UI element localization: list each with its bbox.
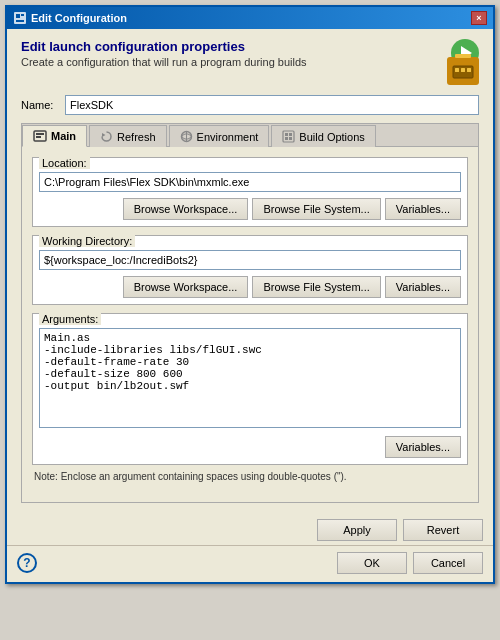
- svg-rect-15: [285, 133, 288, 136]
- svg-rect-9: [36, 133, 44, 135]
- svg-rect-2: [21, 14, 24, 16]
- location-label: Location:: [39, 157, 90, 169]
- svg-rect-6: [461, 68, 465, 72]
- apply-revert-row: Apply Revert: [7, 513, 493, 545]
- title-bar-left: Edit Configuration: [13, 11, 127, 25]
- help-button[interactable]: ?: [17, 553, 37, 573]
- title-bar: Edit Configuration ×: [7, 7, 493, 29]
- tools-svg: [452, 62, 474, 80]
- working-directory-input[interactable]: [39, 250, 461, 270]
- workdir-variables-button[interactable]: Variables...: [385, 276, 461, 298]
- tab-build-options[interactable]: Build Options: [271, 125, 375, 147]
- name-input[interactable]: [65, 95, 479, 115]
- tab-main-content: Location: Browse Workspace... Browse Fil…: [22, 147, 478, 502]
- close-button[interactable]: ×: [471, 11, 487, 25]
- toolbox-icon: [447, 57, 479, 85]
- header-icon-area: [433, 39, 479, 85]
- svg-rect-16: [285, 137, 288, 140]
- main-tab-icon: [33, 129, 47, 143]
- window-body: Edit launch configuration properties Cre…: [7, 29, 493, 513]
- location-browse-filesystem-button[interactable]: Browse File System...: [252, 198, 380, 220]
- location-btn-row: Browse Workspace... Browse File System..…: [39, 198, 461, 220]
- config-icon: [13, 11, 27, 25]
- location-input[interactable]: [39, 172, 461, 192]
- tab-main[interactable]: Main: [22, 125, 87, 147]
- svg-rect-17: [289, 133, 292, 136]
- workdir-browse-filesystem-button[interactable]: Browse File System...: [252, 276, 380, 298]
- tabs-container: Main Refresh Environment: [21, 123, 479, 503]
- env-tab-icon: [180, 130, 193, 143]
- ok-button[interactable]: OK: [337, 552, 407, 574]
- edit-configuration-window: Edit Configuration × Edit launch configu…: [5, 5, 495, 584]
- window-title: Edit Configuration: [31, 12, 127, 24]
- note-text: Note: Enclose an argument containing spa…: [32, 471, 468, 482]
- bottom-right-buttons: OK Cancel: [337, 552, 483, 574]
- svg-rect-10: [36, 136, 41, 138]
- arguments-textarea[interactable]: Main.as -include-libraries libs/flGUI.sw…: [39, 328, 461, 428]
- toolbox-handle: [455, 54, 471, 58]
- refresh-tab-icon: [100, 130, 113, 143]
- bottom-buttons: ? OK Cancel: [7, 545, 493, 582]
- working-dir-btn-row: Browse Workspace... Browse File System..…: [39, 276, 461, 298]
- tabs-bar: Main Refresh Environment: [22, 124, 478, 147]
- location-group: Location: Browse Workspace... Browse Fil…: [32, 157, 468, 227]
- workdir-browse-workspace-button[interactable]: Browse Workspace...: [123, 276, 249, 298]
- name-row: Name:: [21, 95, 479, 115]
- revert-button[interactable]: Revert: [403, 519, 483, 541]
- dialog-header: Edit launch configuration properties Cre…: [21, 39, 479, 85]
- working-directory-label: Working Directory:: [39, 235, 135, 247]
- arguments-variables-button[interactable]: Variables...: [385, 436, 461, 458]
- dialog-title: Edit launch configuration properties: [21, 39, 307, 54]
- dialog-header-text: Edit launch configuration properties Cre…: [21, 39, 307, 68]
- location-browse-workspace-button[interactable]: Browse Workspace...: [123, 198, 249, 220]
- arguments-label: Arguments:: [39, 313, 101, 325]
- svg-rect-14: [283, 131, 294, 142]
- name-label: Name:: [21, 99, 59, 111]
- svg-rect-3: [16, 20, 24, 22]
- arguments-group: Arguments: Main.as -include-libraries li…: [32, 313, 468, 465]
- cancel-button[interactable]: Cancel: [413, 552, 483, 574]
- arguments-btn-row: Variables...: [39, 436, 461, 458]
- working-directory-group: Working Directory: Browse Workspace... B…: [32, 235, 468, 305]
- tab-refresh[interactable]: Refresh: [89, 125, 167, 147]
- svg-rect-18: [289, 137, 292, 140]
- tab-environment[interactable]: Environment: [169, 125, 270, 147]
- dialog-subtitle: Create a configuration that will run a p…: [21, 56, 307, 68]
- build-tab-icon: [282, 130, 295, 143]
- apply-button[interactable]: Apply: [317, 519, 397, 541]
- svg-rect-1: [16, 14, 20, 18]
- svg-rect-7: [467, 68, 471, 72]
- svg-marker-11: [102, 133, 106, 137]
- svg-rect-5: [455, 68, 459, 72]
- location-variables-button[interactable]: Variables...: [385, 198, 461, 220]
